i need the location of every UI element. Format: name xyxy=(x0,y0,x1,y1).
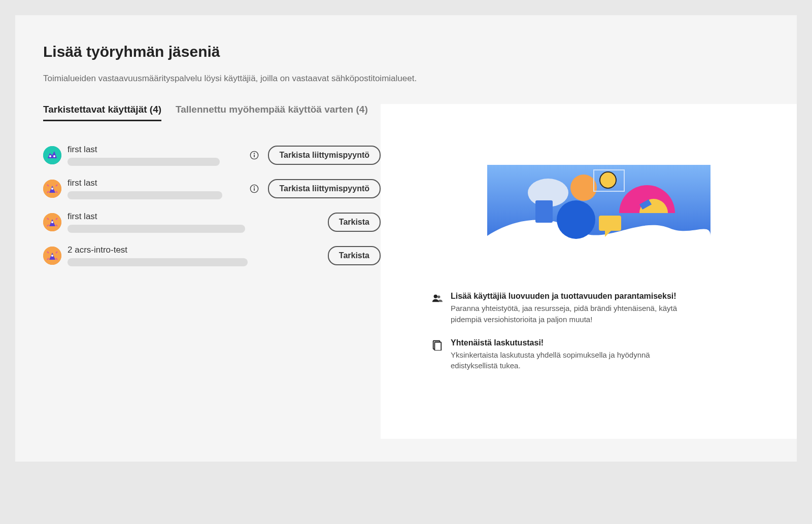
user-row: first lastTarkista liittymispyyntö xyxy=(43,139,381,173)
feature-body: Yksinkertaista laskutusta yhdellä sopimu… xyxy=(451,350,685,372)
svg-point-7 xyxy=(51,188,53,190)
add-team-members-card: Lisää työryhmän jäseniä Toimialueiden va… xyxy=(15,15,797,462)
user-name: 2 acrs-intro-test xyxy=(67,245,322,255)
tabs: Tarkistettavat käyttäjät (4) Tallennettu… xyxy=(43,104,381,121)
header-block: Lisää työryhmän jäseniä Toimialueiden va… xyxy=(15,43,797,104)
avatar xyxy=(43,247,61,265)
right-column: Lisää käyttäjiä luovuuden ja tuottavuude… xyxy=(381,104,797,439)
feature-item: Lisää käyttäjiä luovuuden ja tuottavuude… xyxy=(431,292,685,325)
avatar xyxy=(43,213,61,231)
svg-rect-5 xyxy=(254,155,255,157)
info-icon[interactable] xyxy=(250,151,259,160)
tab-review-users[interactable]: Tarkistettavat käyttäjät (4) xyxy=(43,104,161,121)
review-join-request-button[interactable]: Tarkista liittymispyyntö xyxy=(268,146,381,165)
feature-title: Lisää käyttäjiä luovuuden ja tuottavuude… xyxy=(451,292,685,301)
user-text: first last xyxy=(67,178,244,199)
svg-point-9 xyxy=(254,186,255,187)
redacted-email xyxy=(67,158,220,166)
review-join-request-button[interactable]: Tarkista liittymispyyntö xyxy=(268,179,381,198)
feature-text: Lisää käyttäjiä luovuuden ja tuottavuude… xyxy=(451,292,685,325)
avatar xyxy=(43,146,61,164)
svg-point-12 xyxy=(51,221,53,223)
svg-point-18 xyxy=(600,172,616,188)
svg-rect-22 xyxy=(599,216,621,231)
document-icon xyxy=(431,339,443,351)
redacted-email xyxy=(67,258,248,266)
left-column: Tarkistettavat käyttäjät (4) Tallennettu… xyxy=(15,104,381,439)
feature-list: Lisää käyttäjiä luovuuden ja tuottavuude… xyxy=(431,292,766,371)
user-list: first lastTarkista liittymispyyntöfirst … xyxy=(43,139,381,273)
user-row: first lastTarkista liittymispyyntö xyxy=(43,173,381,206)
svg-point-23 xyxy=(434,295,437,298)
user-text: first last xyxy=(67,145,244,166)
avatar xyxy=(43,180,61,198)
user-name: first last xyxy=(67,145,244,155)
feature-text: Yhtenäistä laskutustasi!Yksinkertaista l… xyxy=(451,338,685,372)
svg-point-14 xyxy=(51,255,53,257)
user-text: first last xyxy=(67,212,322,233)
svg-point-1 xyxy=(49,155,51,157)
review-button[interactable]: Tarkista xyxy=(328,246,381,265)
feature-body: Paranna yhteistyötä, jaa resursseja, pid… xyxy=(451,303,685,325)
svg-rect-10 xyxy=(254,188,255,191)
svg-point-17 xyxy=(570,174,597,201)
page-subtitle: Toimialueiden vastaavuusmäärityspalvelu … xyxy=(43,74,766,84)
svg-point-4 xyxy=(254,153,255,154)
users-icon xyxy=(431,293,443,304)
page-title: Lisää työryhmän jäseniä xyxy=(43,43,766,60)
user-name: first last xyxy=(67,178,244,188)
promo-illustration xyxy=(487,165,710,256)
info-icon[interactable] xyxy=(250,184,259,193)
user-row: first lastTarkista xyxy=(43,206,381,240)
user-row: 2 acrs-intro-testTarkista xyxy=(43,240,381,273)
svg-rect-21 xyxy=(535,200,553,223)
tab-saved-for-later[interactable]: Tallennettu myöhempää käyttöä varten (4) xyxy=(176,104,368,121)
svg-rect-26 xyxy=(434,342,441,351)
redacted-email xyxy=(67,191,222,199)
redacted-email xyxy=(67,225,245,233)
review-button[interactable]: Tarkista xyxy=(328,213,381,232)
content-row: Tarkistettavat käyttäjät (4) Tallennettu… xyxy=(15,104,797,439)
user-name: first last xyxy=(67,212,322,222)
svg-point-24 xyxy=(437,296,441,299)
user-text: 2 acrs-intro-test xyxy=(67,245,322,266)
svg-point-2 xyxy=(53,155,55,157)
feature-item: Yhtenäistä laskutustasi!Yksinkertaista l… xyxy=(431,338,685,372)
feature-title: Yhtenäistä laskutustasi! xyxy=(451,338,685,347)
